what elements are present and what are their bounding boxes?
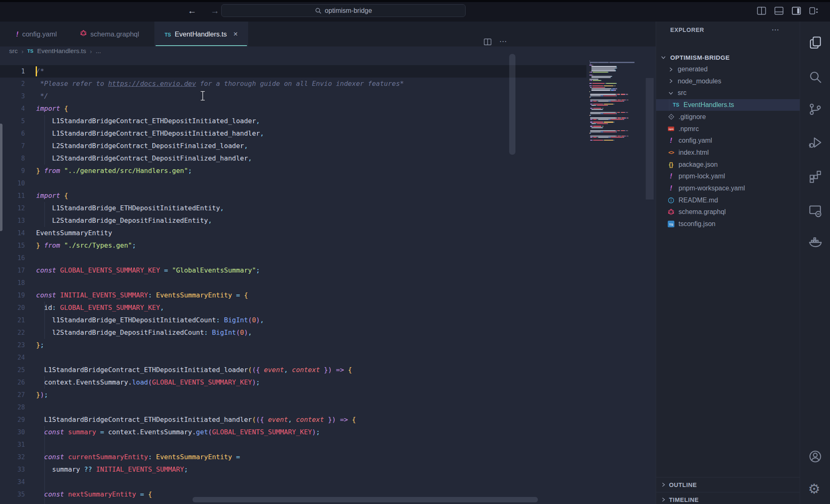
vscode-window: ← → optimism-bridge !config.yamlschema.g… [0,0,830,504]
code-line-25: 25 L1StandardBridgeContract_ETHDepositIn… [0,364,589,376]
settings-icon[interactable]: ⚙ [808,482,823,496]
more-actions-icon[interactable]: ⋯ [497,37,510,47]
extensions-icon[interactable] [808,169,823,184]
tab-schema.graphql[interactable]: schema.graphql [73,22,146,46]
section-label: TIMELINE [669,497,699,503]
breadcrumb-tail[interactable]: ... [95,47,101,55]
files-icon[interactable] [808,35,823,50]
explorer-item-src[interactable]: src [656,87,800,99]
title-bar: ← → optimism-bridge [0,0,830,22]
remote-explorer-icon[interactable] [808,203,823,218]
code-text: summary ?? INITIAL_EVENTS_SUMMARY; [36,463,188,476]
code-line-34: 34 [0,476,589,488]
explorer-item-README.md[interactable]: README.md [656,194,800,206]
line-number: 26 [0,376,25,389]
graphql-icon [667,208,675,216]
explorer-item-schema.graphql[interactable]: schema.graphql [656,206,800,218]
explorer-item-pnpm-workspace.yaml[interactable]: !pnpm-workspace.yaml [656,183,800,195]
toggle-panel-icon[interactable] [774,5,784,16]
minimap-scrollbar[interactable] [646,78,654,200]
line-number: 4 [0,102,25,115]
search-icon[interactable] [808,70,823,84]
code-text: import { [36,102,68,115]
explorer-item-package.json[interactable]: {}package.json [656,158,800,170]
explorer-item-OPTIMISM-BRIDGE[interactable]: OPTIMISM-BRIDGE [656,51,800,63]
chevron-right-icon [667,78,674,85]
toggle-secondary-sidebar-icon[interactable] [791,5,802,16]
code-text: /* [36,65,44,78]
code-line-5: 5 L1StandardBridgeContract_ETHDepositIni… [0,115,589,127]
split-editor-icon[interactable] [481,37,494,47]
line-number: 18 [0,277,25,289]
explorer-item-index.html[interactable]: <>index.html [656,147,800,159]
customize-layout-icon[interactable] [808,5,819,16]
tab-config.yaml[interactable]: !config.yaml [3,22,70,46]
code-line-15: 15} from "./src/Types.gen"; [0,239,589,252]
line-number: 32 [0,451,25,463]
tab-EventHandlers.ts[interactable]: TSEventHandlers.ts✕ [154,22,248,46]
nav-forward-icon[interactable]: → [209,5,221,17]
horizontal-scrollbar[interactable] [193,497,538,502]
file-label: config.yaml [679,137,712,144]
code-text: L1StandardBridgeContract_ETHDepositIniti… [36,414,356,426]
docker-icon[interactable] [808,234,823,249]
line-number: 34 [0,476,25,488]
run-debug-icon[interactable] [808,135,823,150]
breadcrumb-folder[interactable]: src [9,47,18,55]
code-text: ...currentSummaryEntity, [36,501,148,504]
file-label: tsconfig.json [679,220,715,228]
line-number: 6 [0,127,25,140]
nav-back-icon[interactable]: ← [186,5,198,17]
json-braces-icon: {} [667,161,675,168]
code-line-19: 19const INITIAL_EVENTS_SUMMARY: EventsSu… [0,289,589,302]
code-editor[interactable]: 1/*2 *Please refer to https://docs.envio… [0,55,656,504]
command-center-search[interactable]: optimism-bridge [221,4,466,17]
editor-scrollbar[interactable] [509,54,515,155]
explorer-item-.npmrc[interactable]: npm.npmrc [656,123,800,135]
svg-text:npm: npm [669,128,674,130]
section-timeline[interactable]: TIMELINE [656,492,800,504]
minimap[interactable] [589,61,637,210]
source-control-icon[interactable] [808,102,823,117]
more-actions-icon[interactable]: ⋯ [771,25,780,34]
breadcrumb-file[interactable]: EventHandlers.ts [37,47,86,55]
explorer-item-pnpm-lock.yaml[interactable]: !pnpm-lock.yaml [656,170,800,183]
breadcrumb: src › TS EventHandlers.ts › ... [0,46,656,56]
code-line-16: 16 [0,252,589,264]
explorer-item-.gitignore[interactable]: .gitignore [656,111,800,123]
code-text: const summary = context.EventsSummary.ge… [36,426,320,438]
explorer-item-tsconfig.json[interactable]: TStsconfig.json [656,218,800,230]
line-number: 7 [0,140,25,152]
file-label: index.html [679,149,709,156]
file-label: pnpm-workspace.yaml [679,185,745,192]
line-number: 8 [0,152,25,165]
code-text: l2StandardBridge_DepositFinalizedCount: … [36,326,252,339]
line-number: 27 [0,389,25,401]
yaml-excl-icon: ! [667,173,675,180]
file-label: pnpm-lock.yaml [679,173,725,180]
line-number: 30 [0,426,25,438]
graphql-icon [80,30,87,38]
line-number: 17 [0,264,25,277]
split-editor-icon[interactable] [756,5,767,16]
code-text: const nextSummaryEntity = { [36,488,152,501]
explorer-item-EventHandlers.ts[interactable]: TSEventHandlers.ts [656,99,800,111]
line-number: 5 [0,115,25,127]
code-line-23: 23}; [0,339,589,351]
file-label: .npmrc [679,125,699,133]
info-icon [667,197,675,204]
code-line-27: 27}); [0,389,589,401]
account-icon[interactable] [808,449,823,464]
section-outline[interactable]: OUTLINE [656,477,800,492]
code-text: L2StandardBridgeContract_DepositFinalize… [36,152,252,165]
close-tab-icon[interactable]: ✕ [233,31,238,37]
line-number: 24 [0,351,25,364]
code-line-3: 3 */ [0,90,589,102]
explorer-item-node_modules[interactable]: node_modules [656,75,800,87]
code-line-22: 22 l2StandardBridge_DepositFinalizedCoun… [0,326,589,339]
yaml-excl-icon: ! [667,137,675,144]
file-label: generated [678,66,708,73]
explorer-item-generated[interactable]: generated [656,63,800,75]
code-line-1: 1/* [0,65,589,78]
explorer-item-config.yaml[interactable]: !config.yaml [656,135,800,147]
